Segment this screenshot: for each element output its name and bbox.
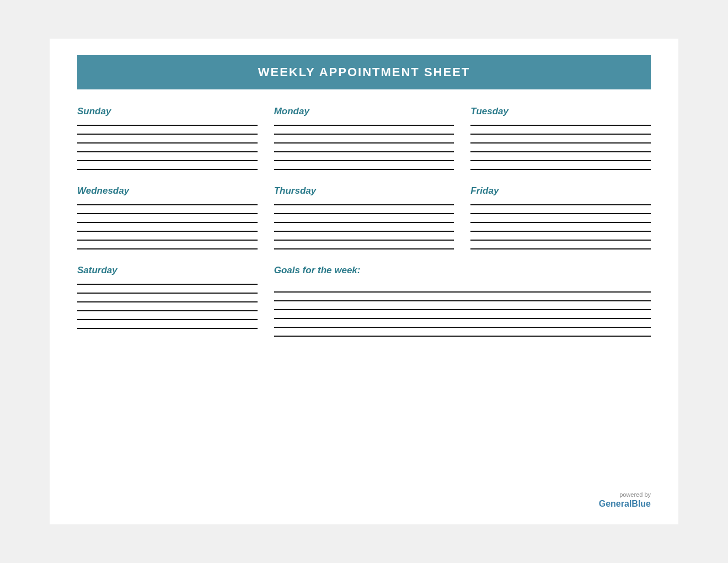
line — [274, 169, 454, 170]
page: WEEKLY APPOINTMENT SHEET Sunday Monday — [50, 39, 678, 524]
thursday-lines — [274, 204, 454, 249]
line — [274, 125, 454, 126]
line — [274, 318, 651, 319]
line — [274, 134, 454, 135]
sunday-lines — [77, 125, 258, 170]
tuesday-label: Tuesday — [470, 106, 651, 117]
line — [274, 327, 651, 328]
line — [77, 301, 258, 302]
line — [77, 125, 258, 126]
line — [274, 336, 651, 337]
page-title: WEEKLY APPOINTMENT SHEET — [77, 65, 651, 79]
line — [470, 240, 651, 241]
line — [470, 125, 651, 126]
line — [274, 142, 454, 144]
thursday-section: Thursday — [274, 185, 454, 249]
tuesday-section: Tuesday — [470, 106, 651, 170]
saturday-lines — [77, 284, 258, 329]
saturday-section: Saturday — [77, 265, 258, 329]
line — [77, 240, 258, 241]
line — [77, 284, 258, 285]
line — [470, 169, 651, 170]
friday-lines — [470, 204, 651, 249]
line — [77, 134, 258, 135]
friday-label: Friday — [470, 185, 651, 196]
monday-lines — [274, 125, 454, 170]
wednesday-lines — [77, 204, 258, 249]
brand-regular: General — [599, 499, 632, 508]
wednesday-section: Wednesday — [77, 185, 258, 249]
powered-by-text: powered by — [599, 491, 651, 498]
line — [274, 222, 454, 223]
line — [77, 328, 258, 329]
line — [77, 231, 258, 232]
goals-section: Goals for the week: — [274, 265, 651, 344]
line — [470, 142, 651, 144]
saturday-label: Saturday — [77, 265, 258, 276]
line — [77, 213, 258, 214]
line — [77, 204, 258, 205]
line — [274, 300, 651, 301]
wednesday-label: Wednesday — [77, 185, 258, 196]
line — [470, 231, 651, 232]
thursday-label: Thursday — [274, 185, 454, 196]
line — [77, 142, 258, 144]
line — [470, 134, 651, 135]
line — [274, 151, 454, 152]
sunday-section: Sunday — [77, 106, 258, 170]
line — [274, 213, 454, 214]
goals-label: Goals for the week: — [274, 265, 651, 276]
line — [77, 222, 258, 223]
line — [274, 204, 454, 205]
tuesday-lines — [470, 125, 651, 170]
line — [77, 248, 258, 249]
line — [470, 204, 651, 205]
line — [470, 213, 651, 214]
line — [77, 160, 258, 161]
monday-label: Monday — [274, 106, 454, 117]
header: WEEKLY APPOINTMENT SHEET — [77, 55, 651, 89]
friday-section: Friday — [470, 185, 651, 249]
sunday-label: Sunday — [77, 106, 258, 117]
main-grid: Sunday Monday Tuesda — [77, 106, 651, 344]
line — [470, 160, 651, 161]
line — [77, 310, 258, 311]
line — [77, 319, 258, 320]
line — [274, 240, 454, 241]
line — [274, 309, 651, 310]
line — [77, 293, 258, 294]
line — [274, 291, 651, 293]
line — [77, 169, 258, 170]
monday-section: Monday — [274, 106, 454, 170]
line — [470, 248, 651, 249]
line — [470, 222, 651, 223]
line — [77, 151, 258, 152]
brand-name: GeneralBlue — [599, 499, 651, 509]
goals-lines — [274, 291, 651, 337]
line — [470, 151, 651, 152]
line — [274, 231, 454, 232]
line — [274, 160, 454, 161]
brand-bold: Blue — [631, 499, 651, 508]
line — [274, 248, 454, 249]
branding: powered by GeneralBlue — [599, 491, 651, 509]
